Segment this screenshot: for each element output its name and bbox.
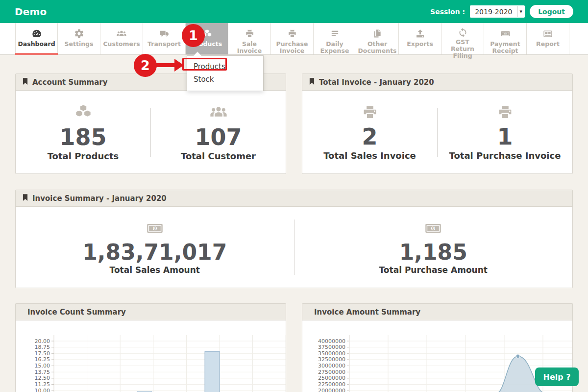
invoice-summary-panel: Invoice Summary - January 2020 0 1,83,71… (15, 190, 573, 288)
bookmark-icon (309, 78, 315, 87)
svg-text:30000000: 30000000 (318, 363, 345, 369)
printer-icon (245, 27, 255, 40)
stat-label: Total Products (48, 151, 119, 161)
stat-label: Total Purchase Invoice (449, 150, 561, 161)
svg-text:32500000: 32500000 (318, 356, 345, 363)
cubes-icon (73, 103, 94, 123)
nav-item-label: Other Documents (358, 41, 396, 54)
stat-value: 1,83,71,017 (82, 240, 227, 265)
printer-icon (361, 103, 379, 123)
stat-label: Total Sales Amount (110, 265, 200, 275)
svg-text:35000000: 35000000 (318, 350, 345, 357)
svg-text:37500000: 37500000 (318, 344, 345, 350)
upload-icon (415, 27, 425, 40)
svg-text:11.25: 11.25 (35, 381, 50, 388)
svg-text:40000000: 40000000 (318, 338, 345, 344)
stat-value: 1,185 (399, 240, 467, 265)
nav-item-transport[interactable]: Transport (143, 23, 186, 54)
nav-item-daily-expense[interactable]: Daily Expense (314, 23, 356, 54)
stat-label: Total Customer (181, 151, 256, 161)
nav-item-label: Report (536, 41, 560, 48)
stat-value: 2 (362, 124, 377, 150)
svg-text:27500000: 27500000 (318, 369, 345, 375)
documents-icon (372, 27, 382, 40)
printer-icon (496, 103, 514, 123)
annotation-arrow-head-icon (174, 59, 184, 72)
nav-item-settings[interactable]: Settings (58, 23, 100, 54)
logout-button[interactable]: Logout (530, 5, 573, 18)
nav-item-dashboard[interactable]: Dashboard (15, 23, 58, 54)
stat-total-sales-amount: 0 1,83,71,017 Total Sales Amount (16, 207, 294, 288)
svg-text:17.50: 17.50 (35, 350, 50, 357)
menu-item-stock[interactable]: Stock (187, 73, 263, 86)
help-button[interactable]: Help ? (535, 368, 579, 386)
bar-chart: 20.0018.7517.5016.2515.0013.7512.5011.25… (16, 320, 286, 392)
svg-text:16.25: 16.25 (35, 356, 50, 363)
printer-icon (287, 27, 297, 40)
annotation-step-1-badge: 1 (182, 24, 205, 47)
stat-total-customer: 107 Total Customer (151, 91, 286, 173)
dashboard-icon (31, 27, 42, 40)
svg-text:10.00: 10.00 (35, 388, 50, 392)
gear-icon (74, 27, 84, 40)
nav-item-label: Transport (147, 41, 181, 48)
session-select[interactable]: 2019-2020 ▼ (470, 5, 525, 18)
app-title: Demo (15, 6, 47, 18)
money-icon: 0 (423, 220, 443, 239)
nav-item-label: Payment Receipt (490, 41, 520, 54)
nav-item-payment-receipt[interactable]: 0 Payment Receipt (484, 23, 527, 54)
stat-label: Total Purchase Amount (379, 265, 488, 275)
svg-text:18.75: 18.75 (35, 344, 50, 350)
money-icon: 0 (145, 220, 165, 239)
nav-item-label: Daily Expense (320, 41, 349, 54)
nav-item-label: GST Return Filing (441, 39, 484, 59)
app-header: Demo Session : 2019-2020 ▼ Logout (0, 0, 588, 23)
users-icon (116, 27, 127, 40)
truck-icon (159, 27, 170, 40)
nav-item-label: Sale Invoice (237, 41, 262, 54)
panel-header: Total Invoice - January 2020 (302, 74, 572, 91)
svg-text:0: 0 (432, 226, 435, 231)
svg-text:25000000: 25000000 (318, 375, 345, 381)
invoice-amount-chart: 4000000037500000350000003250000030000000… (302, 320, 572, 392)
users-icon (207, 103, 230, 123)
invoice-count-chart: 20.0018.7517.5016.2515.0013.7512.5011.25… (16, 320, 286, 392)
nav-item-label: Customers (103, 41, 140, 48)
panel-header: Invoice Count Summary (16, 304, 286, 320)
stat-total-sales-invoice: 2 Total Sales Invoice (302, 91, 437, 173)
stats-row: 0 1,83,71,017 Total Sales Amount 0 1,185… (16, 207, 572, 288)
panel-title: Invoice Amount Summary (314, 308, 420, 317)
svg-text:22500000: 22500000 (318, 381, 345, 388)
nav-item-report[interactable]: Report (527, 23, 569, 54)
panel-title: Total Invoice - January 2020 (319, 78, 434, 87)
sync-icon (458, 27, 468, 38)
nav-item-exports[interactable]: Exports (399, 23, 441, 54)
nav-item-gst-return-filing[interactable]: GST Return Filing (441, 23, 484, 54)
nav-item-customers[interactable]: Customers (100, 23, 143, 54)
invoice-amount-summary-panel: Invoice Amount Summary 40000000375000003… (302, 303, 573, 392)
annotation-highlight-box (182, 58, 227, 71)
session-select-value: 2019-2020 (475, 8, 512, 16)
svg-text:15.00: 15.00 (35, 363, 50, 369)
newspaper-icon (542, 27, 553, 40)
nav-item-sale-invoice[interactable]: Sale Invoice (228, 23, 271, 54)
panel-title: Invoice Count Summary (27, 308, 126, 317)
area-chart: 4000000037500000350000003250000030000000… (302, 320, 572, 392)
nav-item-label: Settings (64, 41, 93, 48)
panel-header: Invoice Summary - January 2020 (16, 190, 572, 207)
nav-item-label: Exports (407, 41, 433, 48)
invoice-count-summary-panel: Invoice Count Summary 20.0018.7517.5016.… (15, 303, 286, 392)
stat-total-purchase-amount: 0 1,185 Total Purchase Amount (294, 207, 573, 288)
bookmark-icon (23, 194, 28, 203)
stat-value: 1 (497, 124, 513, 150)
bookmark-icon (23, 78, 28, 87)
panel-title: Invoice Summary - January 2020 (32, 194, 167, 203)
nav-item-purchase-invoice[interactable]: Purchase Invoice (271, 23, 314, 54)
stat-value: 107 (195, 124, 242, 150)
annotation-step-2-badge: 2 (134, 54, 157, 77)
chevron-down-icon[interactable]: ▼ (517, 6, 524, 17)
panel-header: Invoice Amount Summary (302, 304, 572, 320)
nav-item-label: Dashboard (18, 41, 55, 48)
annotation-arrow (156, 63, 175, 67)
nav-item-other-documents[interactable]: Other Documents (356, 23, 399, 54)
